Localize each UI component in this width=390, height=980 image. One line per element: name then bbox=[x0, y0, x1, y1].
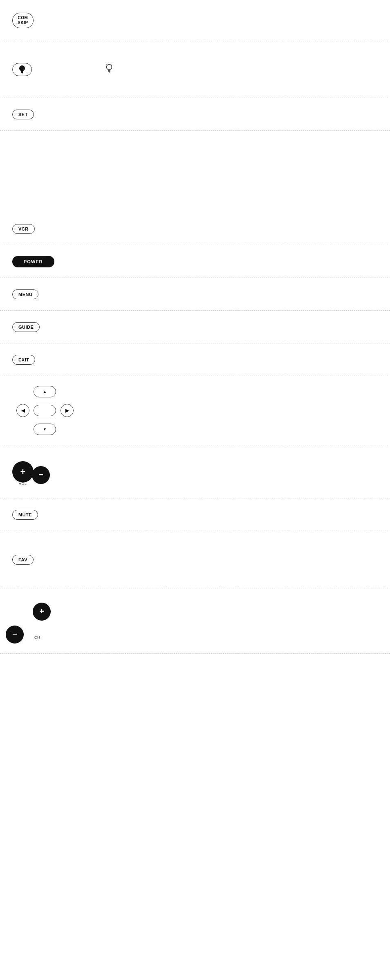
guide-section: GUIDE bbox=[0, 311, 390, 343]
arrow-left-icon: ◀ bbox=[21, 408, 25, 413]
svg-rect-2 bbox=[21, 72, 23, 73]
ch-minus-icon: − bbox=[12, 630, 17, 639]
guide-button[interactable]: GUIDE bbox=[12, 322, 40, 332]
dpad-up-button[interactable]: ▲ bbox=[34, 386, 56, 397]
set-label: SET bbox=[18, 112, 28, 117]
guide-label: GUIDE bbox=[18, 325, 34, 330]
menu-section: MENU bbox=[0, 278, 390, 311]
vol-section: + − VOL bbox=[0, 445, 390, 498]
svg-point-0 bbox=[19, 65, 25, 71]
svg-point-4 bbox=[107, 64, 112, 70]
com-skip-line2: SKIP bbox=[18, 20, 28, 25]
spacer-1 bbox=[0, 131, 390, 213]
ch-section: + − CH bbox=[0, 588, 390, 654]
bulb-filled-icon bbox=[18, 65, 26, 74]
dpad-center-button[interactable] bbox=[34, 405, 56, 416]
vol-minus-icon: − bbox=[38, 470, 43, 480]
bulb-filled-button[interactable] bbox=[12, 63, 32, 76]
vcr-section: VCR bbox=[0, 213, 390, 245]
mute-section: MUTE bbox=[0, 498, 390, 531]
svg-rect-1 bbox=[21, 71, 23, 72]
exit-label: EXIT bbox=[18, 357, 29, 362]
arrow-right-icon: ▶ bbox=[65, 408, 69, 413]
ch-controls: + − CH bbox=[12, 603, 49, 639]
dpad-left-button[interactable]: ◀ bbox=[16, 404, 29, 417]
exit-button[interactable]: EXIT bbox=[12, 355, 35, 365]
vcr-label: VCR bbox=[18, 226, 29, 231]
svg-line-10 bbox=[112, 65, 112, 65]
power-section: POWER bbox=[0, 245, 390, 278]
menu-label: MENU bbox=[18, 292, 32, 297]
svg-rect-6 bbox=[108, 71, 110, 72]
power-button[interactable]: POWER bbox=[12, 256, 54, 267]
vol-minus-button[interactable]: − bbox=[32, 466, 50, 484]
com-skip-button[interactable]: COM SKIP bbox=[12, 13, 34, 28]
set-section: SET bbox=[0, 98, 390, 131]
ch-plus-button[interactable]: + bbox=[33, 603, 51, 621]
mute-button[interactable]: MUTE bbox=[12, 510, 38, 520]
dpad-section: ▲ ◀ ▶ ▼ bbox=[0, 376, 390, 445]
arrow-down-icon: ▼ bbox=[43, 427, 47, 431]
com-skip-line1: COM bbox=[18, 16, 28, 20]
dpad: ▲ ◀ ▶ ▼ bbox=[16, 386, 74, 435]
arrow-up-icon: ▲ bbox=[43, 390, 47, 394]
fav-label: FAV bbox=[18, 557, 27, 562]
exit-section: EXIT bbox=[0, 343, 390, 376]
mute-label: MUTE bbox=[18, 512, 32, 517]
com-skip-section: COM SKIP bbox=[0, 0, 390, 41]
ch-label: CH bbox=[34, 635, 40, 639]
bulb-outline-icon bbox=[105, 64, 113, 76]
dpad-right-button[interactable]: ▶ bbox=[61, 404, 74, 417]
ch-minus-button[interactable]: − bbox=[6, 626, 24, 644]
ch-plus-icon: + bbox=[39, 607, 44, 616]
vol-label: VOL bbox=[19, 482, 27, 486]
set-button[interactable]: SET bbox=[12, 110, 34, 119]
bulb-outline-svg bbox=[105, 64, 113, 74]
vol-plus-icon: + bbox=[20, 466, 26, 477]
light-section bbox=[0, 41, 390, 98]
vol-plus-button[interactable]: + bbox=[12, 461, 34, 482]
power-label: POWER bbox=[24, 259, 43, 264]
vcr-button[interactable]: VCR bbox=[12, 224, 35, 234]
fav-button[interactable]: FAV bbox=[12, 555, 34, 565]
fav-section: FAV bbox=[0, 531, 390, 588]
vol-controls: + − VOL bbox=[12, 460, 50, 484]
menu-button[interactable]: MENU bbox=[12, 289, 38, 299]
dpad-down-button[interactable]: ▼ bbox=[34, 424, 56, 435]
svg-line-9 bbox=[106, 65, 107, 65]
